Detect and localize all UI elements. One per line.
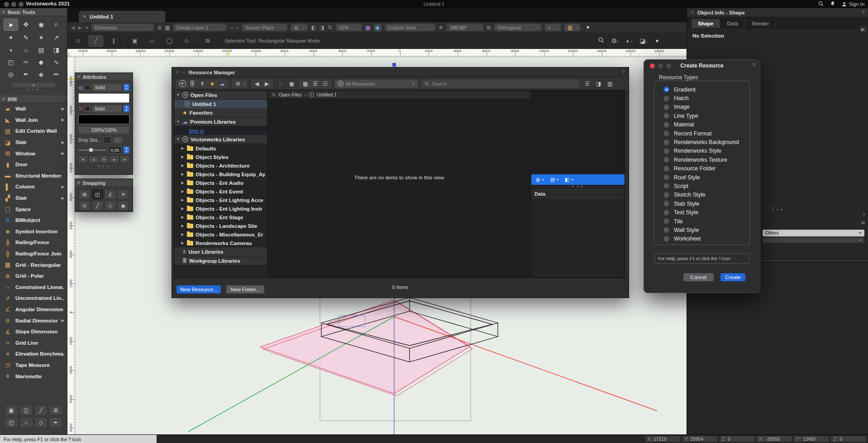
bim-tool-item[interactable]: ▤ Edit Curtain Wall [0, 125, 67, 137]
callout-tool-icon[interactable]: ✎ [19, 32, 33, 43]
submenu-arrow-icon[interactable]: ▶ [62, 196, 64, 200]
tree-folder-row[interactable]: ▶ Defaults [174, 144, 267, 153]
pen-style-stepper[interactable]: ▲▼ [124, 105, 129, 112]
fill-style-dropdown[interactable]: Solid [92, 83, 122, 91]
paint-bucket-tool-icon[interactable]: ◖ [4, 44, 18, 55]
grid-icon[interactable]: ⊞ [486, 24, 491, 31]
resource-type-option[interactable]: Renderworks Background [663, 138, 749, 146]
split-pane-icon[interactable]: ▥ [606, 80, 615, 88]
bim-tool-item[interactable]: ┅ Grid Line [0, 337, 67, 348]
snap-to-grid-icon[interactable]: ⊞ [79, 189, 91, 199]
clip-cube-tool-icon[interactable]: ◰ [4, 56, 18, 67]
radio-button-icon[interactable] [663, 201, 669, 207]
settings-gear-icon[interactable]: ⚙˅ [611, 37, 619, 44]
visualization-tool-icon[interactable]: ⌂ [19, 44, 33, 55]
tab-close-icon[interactable]: × [83, 14, 86, 19]
expand-arrow-icon[interactable]: ▶ [181, 181, 185, 185]
line-weight-slider[interactable] [78, 149, 106, 151]
fill-color-swatch[interactable] [78, 93, 129, 103]
smart-points-icon[interactable]: ◇ [105, 201, 116, 211]
poly-marquee-icon[interactable]: ◇ [180, 36, 193, 46]
bim-tool-item[interactable]: ⊘ Radial Dimension ▶ [0, 315, 67, 326]
resource-browser-pane[interactable]: ↻ Open Files › V Untitled 1 There are no… [268, 90, 530, 279]
expand-arrow-icon[interactable]: ▶ [181, 215, 185, 219]
radio-button-icon[interactable] [663, 166, 669, 172]
zoom-tool-icon[interactable]: ⌕ [49, 19, 64, 30]
render-mode-option[interactable]: ◍▾ [536, 177, 544, 183]
pen-by-class-checkbox[interactable] [85, 106, 90, 111]
search-input[interactable] [431, 81, 577, 87]
help-icon[interactable]: ? [862, 10, 864, 15]
radio-button-icon[interactable] [663, 227, 669, 233]
pan-tool-icon[interactable]: ✥ [19, 19, 33, 30]
rotation-angle-field[interactable]: 100,00° [446, 24, 483, 31]
bim-tool-item[interactable]: ╬ Railing/Fence Join [0, 248, 67, 260]
resource-type-option[interactable]: Image [663, 103, 749, 111]
thumbnail-view-icon[interactable]: ▦ [301, 80, 310, 88]
minimize-icon[interactable]: − [182, 70, 185, 75]
plane-dropdown[interactable]: Screen Plane⌄ [242, 24, 287, 31]
radio-button-icon[interactable] [663, 236, 669, 242]
stylus-tool-icon[interactable]: ✒ [19, 68, 33, 80]
resource-type-option[interactable]: Slab Style [663, 199, 749, 208]
home-icon[interactable]: ⌂ [276, 80, 285, 88]
close-icon[interactable]: × [176, 70, 179, 75]
palette-grip[interactable]: • • • [78, 165, 129, 169]
submenu-arrow-icon[interactable]: ▶ [62, 318, 64, 323]
bim-tool-item[interactable]: ◪ Slab ▶ [0, 137, 67, 148]
bim-tool-item[interactable]: ✛ Marionette [0, 371, 67, 382]
bim-tool-item[interactable]: ◷ Tape Measure [0, 360, 67, 371]
tree-folder-row[interactable]: ▶ Objects - Ent Audio [174, 178, 267, 187]
bim-tool-item[interactable]: ▰ Wall ▶ [0, 103, 67, 115]
close-icon[interactable]: × [77, 180, 80, 185]
expand-arrow-icon[interactable]: ▶ [181, 241, 185, 245]
zoom-loupe-icon[interactable] [328, 24, 333, 32]
resource-type-option[interactable]: Renderworks Texture [663, 155, 749, 164]
radio-button-icon[interactable] [663, 192, 669, 198]
notification-bell-icon[interactable] [830, 1, 835, 7]
bim-tool-item[interactable]: ↔ Constrained Linear... [0, 282, 67, 293]
marquee-mode-2-icon[interactable]: ∥ [107, 36, 120, 46]
cancel-button[interactable]: Cancel [683, 273, 714, 281]
close-icon[interactable]: × [2, 96, 5, 101]
object-info-header[interactable]: × Object Info - Shape ? [687, 8, 868, 17]
resource-type-option[interactable]: Wall Style [663, 226, 749, 234]
axis-angle-icon[interactable]: ✳ [439, 24, 443, 31]
close-icon[interactable]: × [691, 10, 694, 15]
tree-workgroup-libraries[interactable]: 🗄︎ Workgroup Libraries [174, 256, 267, 265]
end-marker-icon[interactable]: ▸ [110, 156, 119, 163]
resource-type-option[interactable]: Record Format [663, 129, 749, 138]
next-plane-icon[interactable]: ▷ [236, 25, 239, 30]
bim-tool-item[interactable]: ⇗ Unconstrained Lin... [0, 293, 67, 304]
bim-tool-item[interactable]: ∠ Angular Dimension [0, 304, 67, 315]
fill-bucket-icon[interactable]: ◍ [78, 84, 83, 91]
projection-dropdown[interactable]: Orthogonal⌄ [494, 24, 542, 31]
view-option[interactable]: ▤▾ [550, 177, 558, 183]
tree-folder-row[interactable]: ▶ Objects - Ent Lighting Acce [174, 196, 267, 204]
submenu-arrow-icon[interactable]: ▶ [62, 185, 64, 189]
snap-axes-tool-icon[interactable]: ✦ [4, 32, 18, 43]
bim-tool-item[interactable]: ⊞ Window ▶ [0, 148, 67, 159]
palette-grip[interactable]: • • • [0, 88, 67, 92]
snapping-header[interactable]: × Snapping [75, 179, 133, 187]
clip-tool-icon[interactable]: ◰ [5, 417, 18, 428]
move-tool-icon[interactable]: ↗ [49, 32, 64, 43]
radio-button-icon[interactable] [663, 210, 669, 216]
vectorworks-libraries-icon[interactable]: V [178, 80, 187, 88]
begin-marker-icon[interactable]: ◂ [89, 156, 98, 163]
wand-tool-icon[interactable]: ✶ [34, 32, 48, 43]
submenu-arrow-icon[interactable]: ▶ [62, 107, 64, 111]
user-library-icon[interactable]: ⚱︎ [198, 80, 207, 88]
fill-style-stepper[interactable]: ▲▼ [124, 84, 129, 91]
selection-tool-icon[interactable]: ➤ [4, 19, 18, 31]
tree-folder-row[interactable]: ▶ Objects - Miscellaneous_Er [174, 230, 267, 239]
radio-button-icon[interactable] [663, 113, 669, 119]
view-dropdown[interactable]: Custom View⌄ [385, 24, 435, 31]
settings-gear-icon[interactable]: ⚙ [234, 80, 243, 88]
object-info-tab[interactable]: Data [721, 19, 745, 28]
expand-arrow-icon[interactable]: ▶ [181, 232, 185, 236]
radio-button-icon[interactable] [663, 174, 669, 180]
resource-type-option[interactable]: Worksheet [663, 235, 749, 243]
compact-rows-icon[interactable]: ☰ [583, 80, 592, 88]
expand-arrow-icon[interactable]: ▶ [181, 164, 185, 168]
